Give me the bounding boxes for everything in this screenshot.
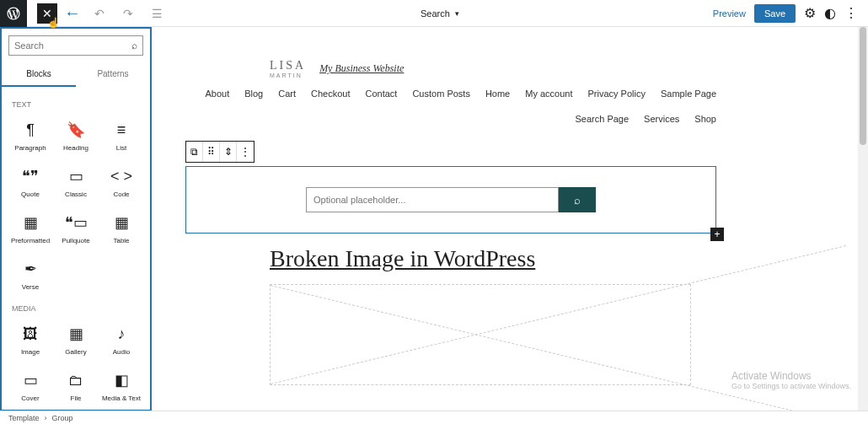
category-media: MEDIA [12,304,143,313]
breadcrumb-group[interactable]: Group [52,414,73,422]
category-text: TEXT [12,100,143,109]
block-preformatted[interactable]: ▦Preformatted [8,207,52,251]
block-label: Audio [113,348,130,356]
block-cover[interactable]: ▭Cover [8,364,52,409]
styles-icon[interactable]: ◐ [824,5,836,21]
hint-arrow: ← [64,3,81,23]
nav-home[interactable]: Home [485,89,510,99]
block-inserter-panel: ⌕ Blocks Patterns TEXT ¶Paragraph🔖Headin… [0,27,152,411]
block-label: List [116,144,126,152]
block-label: Gallery [65,348,86,356]
block-heading[interactable]: 🔖Heading [54,114,98,158]
block-label: Pullquote [62,237,89,244]
table-icon: ▦ [115,213,129,232]
list-icon: ≡ [117,121,126,139]
list-view-button[interactable]: ☰ [147,3,167,24]
broken-image-placeholder[interactable] [270,284,691,385]
search-icon: ⌕ [574,194,581,207]
block-paragraph[interactable]: ¶Paragraph [8,114,52,158]
nav-my-account[interactable]: My account [525,89,572,99]
breadcrumb[interactable]: Template › Group [0,411,868,424]
block-classic[interactable]: ▭Classic [54,160,98,205]
nav-contact[interactable]: Contact [366,89,398,99]
save-button[interactable]: Save [754,4,796,23]
block-label: Quote [21,191,40,198]
block-gallery[interactable]: ▦Gallery [54,318,98,362]
pullquote-icon: ❝▭ [65,213,88,232]
media-text-icon: ◧ [115,371,129,389]
search-icon: ⌕ [131,40,137,51]
paragraph-icon: ¶ [26,121,35,139]
cover-icon: ▭ [24,371,38,389]
block-file[interactable]: 🗀File [54,364,98,409]
inserter-search[interactable]: ⌕ [8,35,143,56]
code-icon: < > [110,167,132,185]
verse-icon: ✒ [24,260,37,278]
preview-link[interactable]: Preview [713,8,746,19]
site-title[interactable]: My Business Website [319,62,404,75]
wordpress-logo[interactable] [0,0,27,27]
preformatted-icon: ▦ [24,213,38,232]
block-label: Verse [22,283,39,291]
nav-about[interactable]: About [205,89,229,99]
nav-shop[interactable]: Shop [694,114,716,124]
block-label: Media & Text [102,394,141,402]
chevron-down-icon: ▾ [455,9,459,18]
block-type-button[interactable]: ⧉ [186,142,203,162]
block-table[interactable]: ▦Table [99,207,143,251]
template-selector[interactable]: Search ▾ [167,8,713,19]
chevron-right-icon: › [45,414,47,422]
tab-blocks[interactable]: Blocks [2,62,76,87]
block-more-button[interactable]: ⋮ [237,142,254,162]
nav-search-page[interactable]: Search Page [576,114,630,124]
scrollbar-thumb[interactable] [860,27,866,145]
cursor-pointer-icon: ☝ [47,17,60,29]
block-label: Classic [65,191,87,198]
block-label: Paragraph [14,144,46,152]
audio-icon: ♪ [118,325,126,343]
block-verse[interactable]: ✒Verse [8,253,52,298]
block-label: File [71,394,82,402]
search-submit-button[interactable]: ⌕ [559,187,596,212]
nav-privacy-policy[interactable]: Privacy Policy [587,89,645,99]
block-audio[interactable]: ♪Audio [99,318,143,362]
windows-watermark: Activate Windows Go to Settings to activ… [731,370,851,390]
block-image[interactable]: 🖼Image [8,318,52,362]
search-block[interactable]: ⌕ + [185,166,716,233]
breadcrumb-template[interactable]: Template [8,414,40,422]
file-icon: 🗀 [68,371,83,389]
block-media-text[interactable]: ◧Media & Text [99,364,143,409]
gallery-icon: ▦ [69,325,83,343]
block-toolbar: ⧉ ⠿ ⇕ ⋮ [185,141,255,163]
block-quote[interactable]: ❝❞Quote [8,160,52,205]
nav-custom-posts[interactable]: Custom Posts [412,89,469,99]
undo-button[interactable]: ↶ [89,3,110,24]
settings-icon[interactable]: ⚙ [804,5,816,21]
heading-icon: 🔖 [67,121,85,139]
add-block-button[interactable]: + [710,228,724,241]
block-label: Cover [21,394,39,402]
block-code[interactable]: < >Code [99,160,143,205]
block-pullquote[interactable]: ❝▭Pullquote [54,207,98,251]
block-list[interactable]: ≡List [99,114,143,158]
block-label: Image [21,348,40,356]
nav-blog[interactable]: Blog [244,89,263,99]
post-title[interactable]: Broken Image in WordPress [185,245,716,272]
site-logo[interactable]: LISA MARTIN [270,59,306,78]
block-label: Preformatted [11,237,50,244]
nav-cart[interactable]: Cart [278,89,296,99]
redo-button[interactable]: ↷ [118,3,138,24]
inserter-search-input[interactable] [14,40,131,51]
nav-checkout[interactable]: Checkout [311,89,350,99]
move-up-down-button[interactable]: ⇕ [220,142,237,162]
more-menu-icon[interactable]: ⋮ [844,5,858,21]
search-placeholder-input[interactable] [306,187,559,212]
nav-sample-page[interactable]: Sample Page [661,89,716,99]
block-label: Code [113,191,129,198]
quote-icon: ❝❞ [22,167,39,185]
nav-services[interactable]: Services [644,114,679,124]
site-navigation: AboutBlogCartCheckoutContactCustom Posts… [185,78,716,134]
block-label: Table [113,237,129,244]
tab-patterns[interactable]: Patterns [76,62,150,87]
drag-handle[interactable]: ⠿ [203,142,220,162]
